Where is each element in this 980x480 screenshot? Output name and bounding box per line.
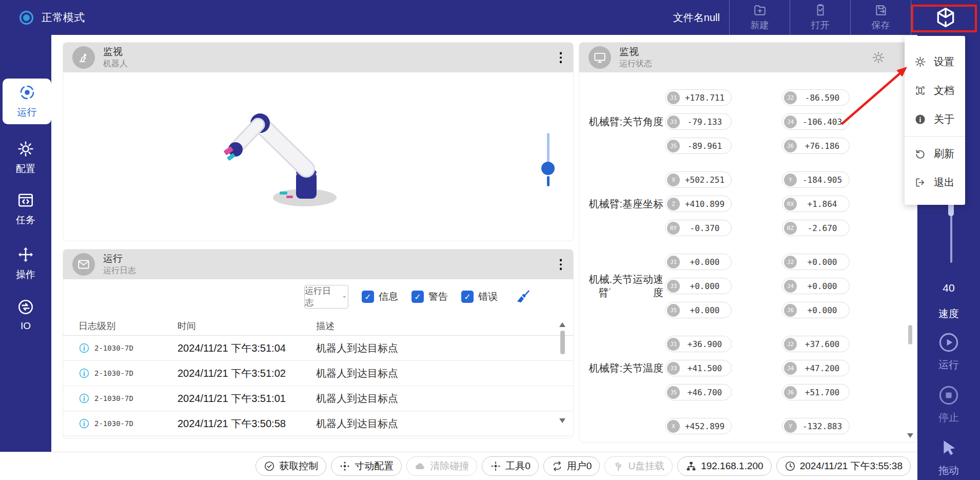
log-filter-警告[interactable]: 警告 [411,290,448,303]
status-row: J5-89.961J6+76.186 [665,138,850,154]
col-description: 描述 [316,320,558,332]
acquire-control-button[interactable]: 获取控制 [256,456,326,476]
filter-label: 信息 [379,290,398,303]
sidebar-item-operate[interactable]: 操作 [0,246,51,281]
menu-item-settings[interactable]: 设置 [905,47,965,76]
axis-value: -184.905 [797,175,848,185]
scrollbar-thumb[interactable] [560,331,565,354]
clear-collision-button: 清除碰撞 [406,456,477,476]
open-button[interactable]: 打开 [790,0,850,35]
sidebar-item-label: 运行 [17,106,37,119]
sidebar-item-config[interactable]: 配置 [0,140,51,176]
stop-icon [938,385,959,406]
checkbox-checked-icon[interactable] [411,291,424,303]
scroll-down-icon[interactable] [559,418,565,423]
sidebar-item-task[interactable]: 任务 [0,191,51,227]
log-filter-信息[interactable]: 信息 [362,290,398,303]
monitor-panel-header: 监视 运行状态 [579,43,917,72]
label-line: 机械臂:基座坐标 [589,197,663,210]
slider-handle[interactable] [541,162,555,175]
log-type-dropdown[interactable]: 运行日志 [304,285,348,309]
app-dropdown-menu: 设置文档关于刷新退出 [905,36,965,205]
axis-badge: J4 [784,116,797,128]
log-level-code: 2-1030-7D [94,394,133,402]
axis-badge: RY [667,222,680,235]
axis-badge: J4 [784,280,797,293]
menu-item-refresh[interactable]: 刷新 [905,139,965,168]
monitor-panel-title: 监视 [619,46,652,59]
jog-config-button[interactable]: 寸动配置 [331,456,402,476]
stop-button[interactable]: 停止 [917,385,980,425]
axis-value: +0.000 [797,305,848,315]
scrollbar-thumb[interactable] [908,325,912,344]
logout-icon [914,177,926,188]
value-pill: J1+0.000 [665,254,732,270]
user-button[interactable]: 用户0 [543,456,600,476]
axis-badge: J5 [667,304,680,317]
robot-monitor-panel: 监视 机器人 [63,42,574,241]
log-description: 机器人到达目标点 [316,341,558,355]
robot-view-zoom-slider[interactable] [541,133,555,186]
scroll-down-icon[interactable] [907,433,913,438]
axis-value: +0.000 [797,257,848,267]
checkbox-checked-icon[interactable] [362,291,374,303]
menu-item-exit[interactable]: 退出 [905,168,965,197]
log-time: 2024/11/21 下午3:51:02 [178,367,316,380]
log-scrollbar[interactable] [559,322,566,423]
caret-down-icon [341,293,348,301]
menu-item-label: 退出 [934,176,954,189]
table-row[interactable]: 2-1030-7D2024/11/21 下午3:50:58机器人到达目标点 [63,411,573,436]
value-pill: RY-0.370 [665,220,732,236]
checkbox-checked-icon[interactable] [461,291,474,303]
value-pill: J4+0.000 [782,278,850,294]
robot-arm-icon [72,46,95,69]
value-pill: RZ-2.670 [782,220,850,236]
info-ring-icon [79,393,90,404]
robot-3d-model[interactable] [210,92,364,215]
value-pill: J3+0.000 [665,278,732,294]
broom-icon[interactable] [515,289,532,305]
axis-value: +37.600 [797,339,848,349]
sidebar-item-io[interactable]: IO [0,298,51,332]
status-section-label: 机械臂:关节角度 [582,89,665,154]
app-menu-button[interactable] [911,0,980,35]
status-section: 机械臂:关节角度J1+178.711J2-86.590J3-79.133J4-1… [582,89,915,154]
robot-panel-menu-icon[interactable] [558,50,564,65]
menu-item-about[interactable]: 关于 [905,105,965,133]
value-pill: Y-184.905 [782,171,850,188]
network-address[interactable]: 192.168.1.200 [677,456,772,476]
table-row[interactable]: 2-1030-7D2024/11/21 下午3:51:04机器人到达目标点 [63,336,573,361]
save-button[interactable]: 保存 [850,0,911,35]
run-button[interactable]: 运行 [917,332,980,372]
speed-value: 40 [917,282,980,294]
log-level-code: 2-1030-7D [94,419,133,428]
new-button[interactable]: 新建 [729,0,790,35]
table-row[interactable]: 2-1030-7D2024/11/21 下午3:51:02机器人到达目标点 [63,361,573,386]
datetime[interactable]: 2024/11/21 下午3:55:38 [776,456,911,476]
gear-icon[interactable] [872,51,885,64]
log-filter-错误[interactable]: 错误 [461,290,498,303]
filter-label: 警告 [428,290,448,303]
table-row[interactable]: 2-1030-7D2024/11/21 下午3:51:01机器人到达目标点 [63,386,573,411]
log-level-cell: 2-1030-7D [79,342,178,354]
filename-label: 文件名null [673,11,720,25]
axis-value: +76.186 [797,141,848,151]
scroll-up-icon[interactable] [559,322,565,327]
drag-button[interactable]: 拖动 [917,437,980,477]
log-level-cell: 2-1030-7D [79,368,178,379]
tool-button[interactable]: 工具0 [482,456,539,476]
axis-value: +47.200 [797,363,848,373]
log-panel-menu-icon[interactable] [558,257,564,272]
menu-item-docs[interactable]: 文档 [905,76,965,105]
log-time: 2024/11/21 下午3:51:04 [178,341,316,355]
axis-value: -79.133 [680,117,730,127]
jog-icon [339,460,350,472]
document-icon [914,85,926,97]
status-rows: X+452.899Y-132.883 [665,418,850,443]
axis-value: -86.590 [797,93,848,103]
axis-badge: Y [784,420,797,433]
info-ring-icon [79,368,90,379]
status-section: 机械臂:关节温度J1+36.900J2+37.600J3+41.500J4+47… [582,336,915,400]
label-line: 臂˙ 度 [598,286,663,299]
sidebar-item-run[interactable]: 运行 [3,79,51,124]
